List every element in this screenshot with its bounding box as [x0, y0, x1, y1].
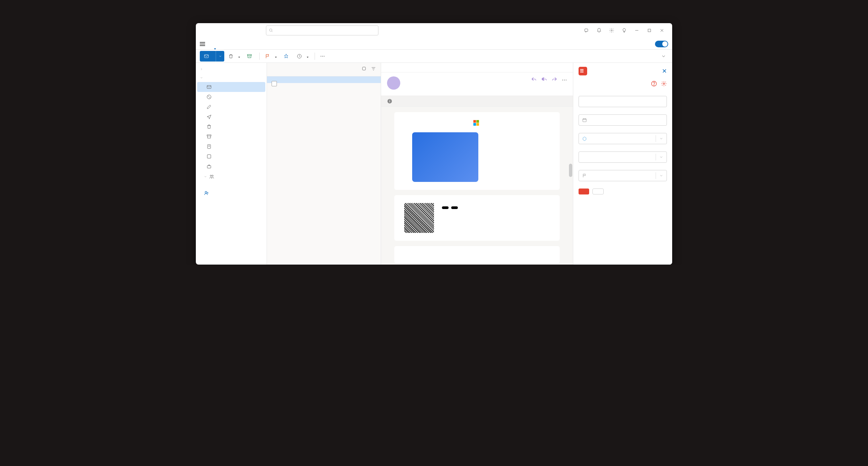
nav-conversation-history[interactable] — [197, 152, 265, 161]
more-actions-icon[interactable]: ⋯ — [562, 77, 567, 83]
tab-home[interactable] — [214, 45, 216, 49]
svg-rect-18 — [208, 155, 211, 158]
search-input[interactable] — [275, 28, 375, 33]
lightbulb-icon[interactable] — [618, 24, 630, 37]
nav-deleted[interactable] — [197, 122, 265, 132]
delete-button[interactable] — [226, 52, 243, 60]
scrollbar[interactable] — [569, 164, 572, 177]
select-all-icon[interactable] — [362, 66, 367, 73]
nav-drafts[interactable] — [197, 102, 265, 112]
app-store-badge[interactable] — [442, 206, 448, 209]
nav-notes[interactable] — [197, 142, 265, 152]
nav-sent[interactable] — [197, 112, 265, 122]
phone-illustration — [412, 132, 478, 182]
snooze-button[interactable] — [295, 52, 311, 60]
hamburger-icon[interactable] — [200, 42, 205, 49]
settings-icon[interactable] — [606, 24, 618, 37]
message-list — [267, 63, 381, 265]
search-box[interactable] — [266, 26, 378, 35]
sender-avatar — [387, 76, 400, 90]
microsoft-logo — [404, 120, 550, 126]
svg-rect-2 — [585, 29, 588, 31]
svg-rect-14 — [207, 135, 211, 136]
new-email-button[interactable] — [200, 51, 224, 62]
svg-point-20 — [210, 175, 211, 176]
search-icon — [269, 28, 273, 33]
new-email-dropdown[interactable] — [216, 51, 224, 62]
svg-rect-9 — [247, 54, 251, 55]
svg-line-1 — [272, 31, 273, 32]
add-account-link[interactable] — [197, 187, 265, 198]
reply-icon[interactable] — [531, 76, 536, 83]
filter-icon[interactable] — [371, 66, 376, 73]
divider — [259, 53, 260, 60]
add-task-button[interactable] — [579, 188, 589, 194]
svg-point-32 — [663, 83, 665, 85]
task-name-input[interactable] — [579, 96, 667, 107]
labels-select[interactable] — [579, 152, 667, 163]
reading-subject — [381, 63, 573, 72]
bell-icon[interactable] — [593, 24, 606, 37]
svg-point-29 — [389, 100, 390, 100]
new-group-link[interactable] — [197, 182, 265, 187]
nav-outbox[interactable] — [197, 161, 265, 171]
new-outlook-toggle[interactable] — [655, 41, 668, 47]
todoist-logo-icon — [579, 67, 587, 75]
priority-select[interactable] — [579, 170, 667, 181]
svg-rect-5 — [648, 29, 651, 32]
todoist-close-icon[interactable]: ✕ — [662, 67, 667, 75]
info-icon — [387, 99, 392, 104]
teams-icon[interactable] — [580, 24, 593, 37]
todoist-settings-icon[interactable] — [661, 81, 667, 88]
nav-junk[interactable] — [197, 92, 265, 102]
svg-rect-28 — [389, 101, 390, 102]
svg-point-21 — [212, 175, 213, 176]
qr-code — [404, 203, 434, 233]
forward-icon[interactable] — [552, 76, 557, 83]
tab-view[interactable] — [223, 46, 224, 49]
minimize-icon[interactable] — [630, 24, 643, 37]
svg-point-31 — [654, 85, 654, 85]
todoist-panel: ✕ — [573, 63, 672, 265]
todoist-help-icon[interactable] — [651, 81, 657, 88]
account-section[interactable] — [197, 73, 265, 82]
ribbon-collapse[interactable] — [659, 52, 668, 60]
more-button[interactable]: ⋯ — [318, 52, 327, 60]
close-icon[interactable] — [656, 24, 668, 37]
flag-button[interactable] — [263, 52, 280, 60]
archive-button[interactable] — [245, 52, 256, 60]
maximize-icon[interactable] — [643, 24, 656, 37]
favourites-section[interactable] — [197, 65, 265, 73]
nav-archive[interactable] — [197, 132, 265, 142]
message-checkbox[interactable] — [272, 81, 277, 86]
cancel-button[interactable] — [592, 188, 604, 194]
svg-point-0 — [270, 29, 272, 31]
date-input[interactable] — [579, 115, 667, 126]
svg-point-3 — [611, 30, 612, 31]
message-item[interactable] — [267, 76, 381, 83]
svg-line-13 — [208, 96, 210, 98]
pin-button[interactable] — [281, 52, 293, 60]
nav-inbox[interactable] — [197, 82, 265, 92]
tab-help[interactable] — [231, 46, 233, 49]
divider — [315, 53, 315, 60]
folder-pane — [196, 63, 267, 265]
reply-all-icon[interactable] — [541, 76, 547, 83]
nav-groups[interactable] — [197, 171, 265, 182]
reading-pane: ⋯ — [381, 63, 573, 265]
svg-rect-23 — [363, 67, 366, 70]
svg-point-22 — [205, 191, 207, 193]
svg-rect-8 — [205, 55, 208, 58]
google-play-badge[interactable] — [451, 206, 458, 209]
project-select[interactable] — [579, 133, 667, 144]
svg-rect-33 — [583, 119, 587, 122]
svg-rect-11 — [207, 85, 211, 88]
